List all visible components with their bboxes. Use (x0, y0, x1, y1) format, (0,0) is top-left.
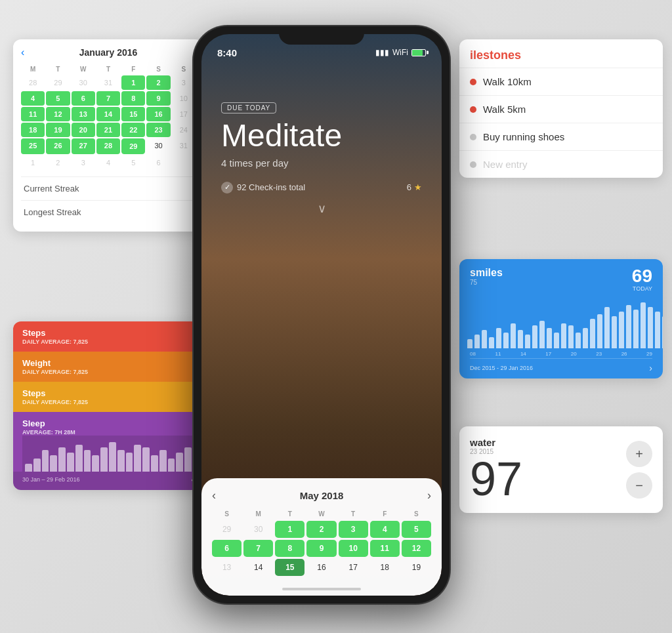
mini-cal-prev-button[interactable]: ‹ (212, 489, 216, 502)
mini-day-13[interactable]: 13 (212, 559, 242, 576)
current-streak-row: Current Streak (21, 177, 196, 201)
stat-weight[interactable]: Weight DAILY AVERAGE: 7,825 (13, 352, 203, 382)
smiles-axis-29: 29 (646, 351, 652, 357)
mini-cal-grid: S M T W T F S 29 30 1 2 3 4 5 6 (212, 509, 431, 576)
sleep-footer: 30 Jan – 29 Feb 2016 ‹ (13, 472, 203, 490)
calendar-prev-button[interactable]: ‹ (21, 47, 24, 58)
chevron-down-icon[interactable]: ∨ (221, 201, 422, 216)
battery-fill (412, 50, 423, 56)
milestone-buy-shoes[interactable]: Buy running shoes (459, 123, 663, 150)
longest-streak-row: Longest Streak (21, 201, 196, 224)
cal-day-28b[interactable]: 28 (96, 138, 120, 154)
cal-day-9[interactable]: 9 (146, 91, 170, 106)
cal-day-27[interactable]: 27 (72, 138, 95, 154)
cal-day-18[interactable]: 18 (21, 123, 45, 137)
mini-day-4[interactable]: 4 (370, 521, 400, 538)
cal-day-10[interactable]: 10 (172, 91, 196, 106)
cal-day-1[interactable]: 1 (121, 75, 145, 90)
cal-day-25[interactable]: 25 (21, 138, 45, 154)
mini-dow-w: W (306, 509, 336, 519)
mini-dow-t: T (275, 509, 304, 519)
dow-w: W (72, 64, 95, 74)
mini-day-9[interactable]: 9 (306, 540, 336, 557)
stat-steps-1[interactable]: Steps DAILY AVERAGE: 7,825 (13, 321, 203, 352)
milestone-new-entry[interactable]: New entry (459, 150, 663, 178)
cal-day-5[interactable]: 5 (46, 91, 70, 106)
mini-day-2[interactable]: 2 (306, 521, 336, 538)
mini-day-8[interactable]: 8 (275, 540, 304, 557)
mini-day-16[interactable]: 16 (306, 559, 336, 576)
mini-day-11[interactable]: 11 (370, 540, 400, 557)
smiles-today-label: TODAY (632, 285, 652, 292)
mini-cal-next-button[interactable]: › (427, 489, 431, 502)
mini-day-17[interactable]: 17 (339, 559, 368, 576)
cal-day-22[interactable]: 22 (121, 123, 145, 137)
milestone-label-2: Walk 5km (483, 104, 526, 115)
milestone-walk-5km[interactable]: Walk 5km (459, 95, 663, 123)
mini-day-18[interactable]: 18 (370, 559, 400, 576)
cal-day-16[interactable]: 16 (146, 107, 170, 121)
cal-day-20[interactable]: 20 (72, 123, 95, 137)
cal-day-13[interactable]: 13 (72, 107, 95, 121)
smiles-axis-17: 17 (545, 351, 551, 357)
mini-day-7[interactable]: 7 (243, 540, 273, 557)
status-time: 8:40 (217, 47, 237, 58)
mini-day-5[interactable]: 5 (402, 521, 431, 538)
mini-day-19[interactable]: 19 (402, 559, 431, 576)
mini-dow-t2: T (339, 509, 368, 519)
cal-day-12[interactable]: 12 (46, 107, 70, 121)
cal-day-n7 (172, 155, 196, 170)
water-count: 97 (470, 455, 626, 502)
cal-day-24[interactable]: 24 (172, 123, 196, 137)
mini-day-3[interactable]: 3 (339, 521, 368, 538)
cal-day-31b[interactable]: 31 (172, 138, 196, 154)
cal-day-17[interactable]: 17 (172, 107, 196, 121)
milestone-walk-10km[interactable]: Walk 10km (459, 68, 663, 95)
cal-day-19[interactable]: 19 (46, 123, 70, 137)
smiles-date-range: Dec 2015 - 29 Jan 2016 (470, 365, 533, 371)
cal-day-23[interactable]: 23 (146, 123, 170, 137)
cal-day-2[interactable]: 2 (146, 75, 170, 90)
water-plus-button[interactable]: + (626, 441, 652, 467)
cal-day-31: 31 (96, 75, 120, 90)
cal-day-21[interactable]: 21 (96, 123, 120, 137)
stat-weight-sub: DAILY AVERAGE: 7,825 (22, 369, 194, 375)
cal-day-29b[interactable]: 29 (121, 138, 145, 154)
smiles-chevron-right[interactable]: › (649, 363, 652, 373)
due-badge: DUE TODAY (221, 102, 276, 113)
mini-day-10[interactable]: 10 (339, 540, 368, 557)
mini-day-1[interactable]: 1 (275, 521, 304, 538)
mini-day-12[interactable]: 12 (402, 540, 431, 557)
habit-stats: ✓ 92 Check-ins total 6 ★ (221, 182, 422, 194)
water-minus-button[interactable]: − (626, 472, 652, 499)
cal-day-15[interactable]: 15 (121, 107, 145, 121)
cal-day-30: 30 (72, 75, 95, 90)
streak-section: Current Streak Longest Streak (21, 176, 196, 224)
water-buttons: + − (626, 441, 652, 499)
cal-day-26[interactable]: 26 (46, 138, 70, 154)
mini-day-15[interactable]: 15 (275, 559, 304, 576)
cal-day-n6: 6 (146, 155, 170, 170)
cal-day-8[interactable]: 8 (121, 91, 145, 106)
milestone-label-3: Buy running shoes (483, 131, 564, 142)
milestone-dot-2 (470, 106, 476, 113)
cal-day-6[interactable]: 6 (72, 91, 95, 106)
smiles-axis-14: 14 (520, 351, 526, 357)
stat-sleep[interactable]: Sleep AVERAGE: 7h 28m (13, 412, 203, 472)
cal-day-7[interactable]: 7 (96, 91, 120, 106)
cal-day-3[interactable]: 3 (172, 75, 196, 90)
habit-name: Meditate (221, 119, 422, 153)
cal-day-11[interactable]: 11 (21, 107, 45, 121)
mini-day-14[interactable]: 14 (243, 559, 273, 576)
phone: 8:40 ▮▮▮ WiFi DUE TODAY Meditate 4 times… (194, 26, 450, 603)
cal-day-14[interactable]: 14 (96, 107, 120, 121)
stat-sleep-label: Sleep (22, 419, 194, 428)
milestones-title: ilestones (459, 39, 663, 68)
stat-steps-2[interactable]: Steps DAILY AVERAGE: 7,825 (13, 382, 203, 412)
cal-day-30b[interactable]: 30 (146, 138, 170, 154)
checkin-icon: ✓ (221, 182, 233, 194)
mini-day-6[interactable]: 6 (212, 540, 242, 557)
cal-day-4[interactable]: 4 (21, 91, 45, 106)
cal-day-28: 28 (21, 75, 45, 90)
smiles-header: smiles 75 69 TODAY (470, 267, 652, 292)
